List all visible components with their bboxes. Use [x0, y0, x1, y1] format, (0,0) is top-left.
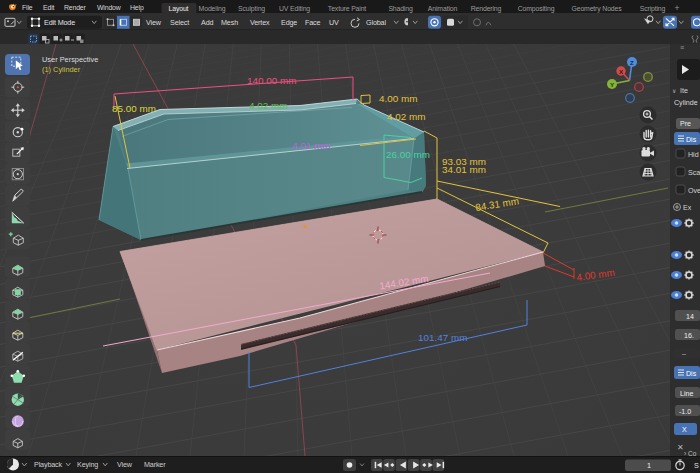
- svg-text:Edit Mode: Edit Mode: [44, 18, 75, 27]
- svg-text:14: 14: [686, 313, 694, 321]
- svg-text:-1.0: -1.0: [679, 408, 691, 416]
- svg-text:S: S: [694, 461, 699, 470]
- svg-text:Add: Add: [201, 18, 213, 27]
- svg-text:Vertex: Vertex: [250, 18, 270, 27]
- svg-text:View: View: [146, 18, 162, 27]
- svg-text:Compositing: Compositing: [518, 5, 555, 13]
- svg-text:Cylinde: Cylinde: [674, 99, 698, 107]
- svg-text:1: 1: [647, 461, 651, 470]
- svg-text:16.: 16.: [684, 332, 694, 340]
- svg-text:✕: ✕: [677, 443, 684, 452]
- svg-text:UV: UV: [329, 18, 339, 27]
- svg-text:Dis: Dis: [686, 136, 697, 144]
- svg-text:File: File: [22, 4, 33, 11]
- svg-text:140.00 mm: 140.00 mm: [247, 75, 296, 86]
- svg-text:Line: Line: [680, 390, 693, 398]
- svg-text:UV Editing: UV Editing: [279, 5, 310, 13]
- svg-text:Marker: Marker: [144, 460, 166, 469]
- svg-text:Window: Window: [97, 4, 121, 11]
- svg-text:Animation: Animation: [428, 5, 458, 12]
- svg-text:Edge: Edge: [281, 18, 297, 27]
- svg-text:4.00 mm: 4.00 mm: [576, 267, 616, 283]
- svg-text:Layout: Layout: [169, 5, 189, 13]
- svg-text:Ex: Ex: [683, 204, 692, 212]
- svg-text:≡: ≡: [680, 44, 684, 51]
- svg-text:Dis: Dis: [686, 370, 697, 378]
- svg-text:4.02 mm: 4.02 mm: [387, 111, 425, 122]
- svg-text:34.01 mm: 34.01 mm: [442, 164, 486, 175]
- svg-text:Pre: Pre: [680, 120, 691, 128]
- svg-text:Keying: Keying: [77, 460, 98, 469]
- svg-text:Help: Help: [130, 4, 144, 12]
- svg-text:Render: Render: [64, 4, 87, 11]
- svg-text:Face: Face: [305, 18, 321, 27]
- svg-text:Playback: Playback: [34, 460, 63, 469]
- svg-text:26.00 mm: 26.00 mm: [386, 149, 430, 160]
- svg-text:Modeling: Modeling: [199, 5, 226, 13]
- svg-text:Ite: Ite: [680, 87, 688, 95]
- svg-text:Select: Select: [170, 18, 189, 27]
- svg-text:Rendering: Rendering: [471, 5, 502, 13]
- svg-text:+: +: [675, 3, 680, 13]
- svg-text:85.00 mm: 85.00 mm: [112, 103, 156, 114]
- svg-text:(1) Cylinder: (1) Cylinder: [42, 65, 81, 74]
- svg-text:X: X: [682, 426, 687, 434]
- svg-text:Ove: Ove: [688, 187, 700, 195]
- svg-text:View: View: [117, 460, 133, 469]
- svg-text:∨: ∨: [672, 88, 676, 94]
- svg-text:Hid: Hid: [688, 151, 699, 159]
- svg-text:Shading: Shading: [388, 5, 413, 13]
- svg-text:4.02 mm: 4.02 mm: [249, 100, 287, 111]
- svg-text:4.01 mm: 4.01 mm: [292, 140, 330, 151]
- svg-text:Scripting: Scripting: [640, 5, 666, 13]
- svg-text:Geometry Nodes: Geometry Nodes: [572, 5, 623, 13]
- svg-text:Edit: Edit: [43, 4, 55, 11]
- svg-text:Global: Global: [366, 18, 386, 27]
- svg-text:101.47 mm: 101.47 mm: [418, 332, 467, 343]
- svg-text:4.00 mm: 4.00 mm: [379, 93, 417, 104]
- svg-text:Texture Paint: Texture Paint: [328, 5, 367, 12]
- svg-text:–: –: [682, 350, 686, 358]
- svg-text:Z: Z: [630, 59, 634, 66]
- svg-text:User Perspective: User Perspective: [42, 55, 98, 64]
- svg-text:Sculpting: Sculpting: [238, 5, 265, 13]
- svg-text:Sca: Sca: [688, 169, 700, 177]
- svg-text:Mesh: Mesh: [221, 18, 238, 27]
